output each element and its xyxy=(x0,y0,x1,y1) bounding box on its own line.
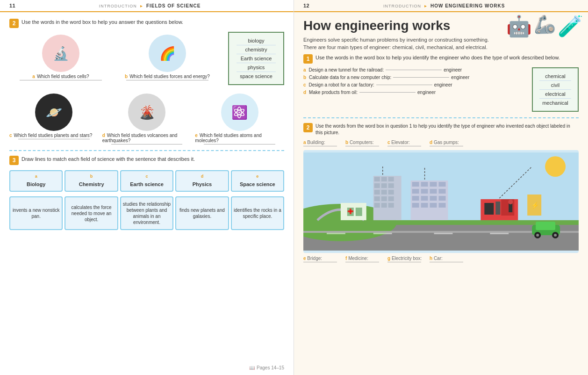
top-label-a: Building: xyxy=(307,140,325,145)
img-underline-a xyxy=(20,80,102,80)
question-3-block: 3 Draw lines to match each field of scie… xyxy=(9,156,284,230)
img-label-c: Which field studies planets and stars? xyxy=(14,133,93,138)
img-underline-d xyxy=(111,144,183,144)
svg-rect-18 xyxy=(374,190,380,195)
wb-word-1: chemistry xyxy=(237,45,276,54)
img-label-b: Which field studies forces and energy? xyxy=(129,74,210,79)
svg-rect-34 xyxy=(430,189,437,194)
flask-icon: 🧪 xyxy=(558,14,583,38)
left-section-title: FIELDS OF SCIENCE xyxy=(146,3,201,8)
robots-area: 🤖 🦾 🧪 xyxy=(506,14,583,38)
top-label-d: Gas pumps: xyxy=(434,140,459,145)
fill-line-c: c Design a robot for a car factory: engi… xyxy=(303,82,527,87)
svg-rect-31 xyxy=(439,182,446,187)
img-underline-c xyxy=(18,139,90,139)
img-item-d: 🌋 dWhich field studies volcanoes and ear… xyxy=(102,94,192,144)
dashed-sep-right xyxy=(303,117,579,118)
fill-underline-d xyxy=(359,92,416,93)
footer-text: Pages 14–15 xyxy=(257,365,284,370)
label-item-d: d Gas pumps: xyxy=(430,140,467,146)
img-letter-c: c xyxy=(9,133,12,138)
match-word-a: Biology xyxy=(27,181,45,187)
match-word-d: Physics xyxy=(193,181,212,187)
fill-text-d: Make products from oil: xyxy=(309,90,358,95)
svg-rect-58 xyxy=(536,222,555,230)
svg-rect-46 xyxy=(356,208,362,216)
svg-rect-51 xyxy=(495,202,500,215)
q2r-number: 2 xyxy=(303,123,313,132)
svg-rect-38 xyxy=(430,196,437,201)
label-item-a: a Building: xyxy=(303,140,341,146)
match-box-e: e Space science xyxy=(231,170,284,192)
left-section-label: INTRODUCTION xyxy=(99,4,137,8)
img-letter-a: a xyxy=(32,74,35,79)
q1-right-row: 1 Use the words in the word box to help … xyxy=(303,54,579,64)
svg-rect-35 xyxy=(439,189,446,194)
book-icon: 📖 xyxy=(249,365,255,370)
svg-rect-40 xyxy=(412,203,419,208)
fill-line-d: d Make products from oil: engineer xyxy=(303,90,527,95)
label-ul-g xyxy=(387,262,421,262)
question-2-block: 2 Use the words in the word box to help … xyxy=(9,19,284,144)
svg-rect-9 xyxy=(490,233,509,234)
svg-rect-42 xyxy=(430,203,437,208)
fill-underline-c xyxy=(376,85,432,85)
label-item-b: b Computers: xyxy=(345,140,383,146)
img-underline-e xyxy=(204,144,275,144)
svg-rect-15 xyxy=(374,183,380,188)
fill-text-a: Design a new tunnel for the railroad: xyxy=(309,67,384,72)
page-footer-left: 📖 Pages 14–15 xyxy=(249,365,284,370)
right-section-label: INTRODUCTION xyxy=(383,4,421,8)
fill-letter-a: a xyxy=(303,67,306,72)
right-page: 12 INTRODUCTION ▸ HOW ENGINEERING WORKS … xyxy=(294,0,588,375)
svg-rect-41 xyxy=(421,203,428,208)
wb-word-0: biology xyxy=(237,36,276,45)
img-label-d: Which field studies volcanoes and earthq… xyxy=(102,133,178,143)
svg-point-61 xyxy=(536,234,539,237)
fill-line-b: b Calculate data for a new computer chip… xyxy=(303,75,527,80)
fill-letter-d: d xyxy=(303,90,306,95)
img-circle-b: 🌈 xyxy=(149,35,186,72)
svg-rect-37 xyxy=(421,196,428,201)
match-letter-b: b xyxy=(67,174,115,179)
scene-illustration: ⚡ xyxy=(303,150,579,253)
q1r-number: 1 xyxy=(303,54,313,64)
svg-point-62 xyxy=(554,234,557,237)
fill-suffix-d: engineer xyxy=(417,90,436,95)
q3-number: 3 xyxy=(9,156,19,165)
word-box-right: chemical civil electrical mechanical xyxy=(532,67,579,112)
svg-rect-8 xyxy=(434,233,453,234)
right-section-title: HOW ENGINEERING WORKS xyxy=(430,3,505,8)
robot-2-icon: 🦾 xyxy=(534,14,556,38)
match-letter-a: a xyxy=(12,174,60,179)
page-intro-right: Engineers solve specific human problems … xyxy=(303,36,490,51)
svg-rect-50 xyxy=(484,203,494,215)
img-item-b: 🌈 bWhich field studies forces and energy… xyxy=(116,35,219,80)
img-underline-b xyxy=(126,80,208,80)
svg-rect-22 xyxy=(381,196,387,201)
label-ul-c xyxy=(387,146,421,146)
img-label-e: Which field studies atoms and molecules? xyxy=(195,133,261,143)
q2r-text: Use the words from the word box in quest… xyxy=(316,123,579,136)
q3-text: Draw lines to match each field of scienc… xyxy=(22,156,195,163)
match-word-e: Space science xyxy=(240,181,275,187)
word-box-left: biology chemistry Earth science physics … xyxy=(228,32,284,85)
img-circle-a: 🔬 xyxy=(42,35,79,72)
svg-rect-6 xyxy=(327,233,345,234)
fill-text-c: Design a robot for a car factory: xyxy=(309,82,374,87)
img-circle-d: 🌋 xyxy=(128,94,165,131)
bottom-label-h: Car: xyxy=(434,256,443,261)
match-letter-c: c xyxy=(123,174,171,179)
img-label-a: Which field studies cells? xyxy=(37,74,89,79)
svg-rect-21 xyxy=(374,196,380,201)
page-title-right: How engineering works xyxy=(303,19,490,33)
match-box-d: d Physics xyxy=(175,170,229,192)
desc-box-1: calculates the force needed to move an o… xyxy=(65,196,118,230)
bottom-label-e: Bridge: xyxy=(307,256,322,261)
right-header: 12 INTRODUCTION ▸ HOW ENGINEERING WORKS xyxy=(294,0,588,12)
svg-point-1 xyxy=(545,156,566,177)
svg-rect-20 xyxy=(388,190,394,195)
svg-rect-13 xyxy=(381,177,387,181)
match-box-c: c Earth science xyxy=(120,170,173,192)
wbr-word-1: civil xyxy=(539,81,571,90)
